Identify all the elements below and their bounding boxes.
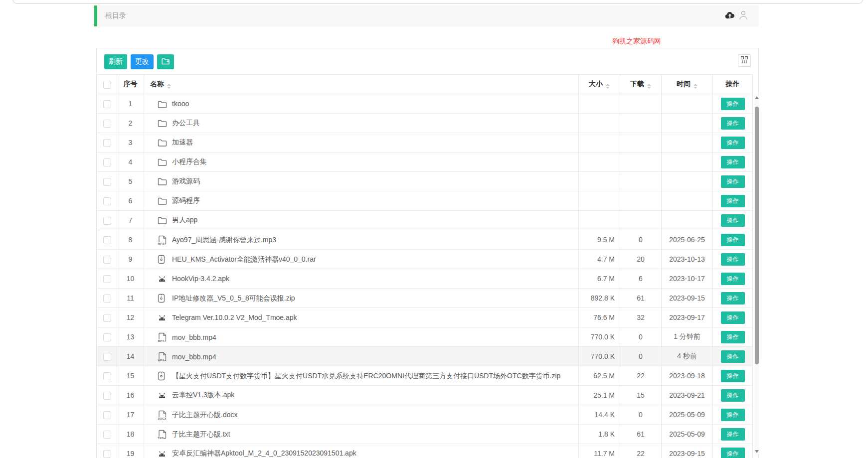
file-name[interactable]: Ayo97_周思涵-感谢你曾来过.mp3	[172, 235, 276, 243]
table-row: 13MP4mov_bbb.mp4770.0 K01 分钟前操作	[97, 327, 753, 347]
cloud-upload-icon[interactable]	[725, 11, 735, 21]
column-label: 下载	[630, 80, 644, 88]
folder-name[interactable]: tkooo	[172, 100, 189, 108]
folder-icon	[158, 100, 169, 108]
user-icon[interactable]	[739, 10, 748, 22]
row-action-button[interactable]: 操作	[721, 273, 745, 285]
row-checkbox[interactable]	[103, 256, 111, 264]
column-label: 时间	[677, 80, 691, 88]
row-action-button[interactable]: 操作	[721, 428, 745, 441]
file-size: 4.7 M	[579, 250, 620, 269]
download-count	[620, 211, 662, 230]
row-action-button[interactable]: 操作	[721, 137, 745, 149]
row-checkbox[interactable]	[103, 314, 111, 322]
file-name[interactable]: 安卓反汇编神器Apktool_M_2_4_0_2309152023091501.…	[172, 449, 356, 457]
refresh-button[interactable]: 刷新	[104, 54, 127, 69]
sort-icon[interactable]	[167, 84, 171, 89]
breadcrumb: 根目录	[105, 11, 126, 20]
file-size: 892.8 K	[579, 289, 620, 308]
file-name[interactable]: HookVip-3.4.2.apk	[172, 275, 229, 283]
vertical-scrollbar[interactable]	[754, 94, 759, 455]
row-action-button[interactable]: 操作	[721, 331, 745, 343]
download-count: 0	[620, 327, 662, 347]
row-checkbox[interactable]	[103, 295, 111, 303]
row-checkbox[interactable]	[103, 100, 111, 108]
download-count	[620, 172, 662, 191]
row-checkbox[interactable]	[103, 197, 111, 205]
row-action-button[interactable]: 操作	[721, 409, 745, 421]
table-row: 8MP3Ayo97_周思涵-感谢你曾来过.mp39.5 M02025-06-25…	[97, 230, 753, 250]
row-index: 6	[117, 191, 144, 211]
file-name[interactable]: HEU_KMS_Activator全能激活神器v40_0_0.rar	[172, 255, 316, 263]
scroll-down-arrow-icon[interactable]	[754, 448, 759, 455]
row-checkbox[interactable]	[103, 217, 111, 225]
file-name[interactable]: 子比主题开心版.txt	[172, 430, 230, 438]
file-name[interactable]: Telegram Ver.10.0.2 V2_Mod_Tmoe.apk	[172, 314, 297, 322]
sort-icon[interactable]	[694, 84, 697, 89]
row-checkbox[interactable]	[103, 275, 111, 283]
file-time	[662, 191, 713, 211]
file-size	[579, 191, 620, 211]
row-checkbox[interactable]	[103, 236, 111, 244]
row-checkbox[interactable]	[103, 392, 111, 400]
row-action-button[interactable]: 操作	[721, 370, 745, 382]
column-header-name[interactable]: 名称	[144, 75, 579, 94]
row-action-button[interactable]: 操作	[721, 253, 745, 266]
row-checkbox[interactable]	[103, 450, 111, 458]
address-input[interactable]	[12, 0, 863, 4]
scroll-up-arrow-icon[interactable]	[754, 94, 759, 101]
sort-icon[interactable]	[606, 84, 610, 89]
row-checkbox[interactable]	[103, 353, 111, 361]
file-name[interactable]: mov_bbb.mp4	[172, 333, 216, 341]
row-action-button[interactable]: 操作	[721, 448, 745, 458]
folder-icon	[158, 197, 169, 205]
select-all-checkbox[interactable]	[103, 81, 111, 89]
file-name[interactable]: mov_bbb.mp4	[172, 352, 216, 360]
folder-name[interactable]: 小程序合集	[172, 157, 207, 165]
row-action-button[interactable]: 操作	[721, 292, 745, 305]
file-name[interactable]: 子比主题开心版.docx	[172, 410, 237, 418]
folder-name[interactable]: 游戏源码	[172, 177, 200, 185]
folder-name[interactable]: 办公工具	[172, 119, 200, 127]
row-checkbox[interactable]	[103, 120, 111, 128]
row-action-button[interactable]: 操作	[721, 156, 745, 168]
folder-icon	[158, 177, 169, 185]
row-checkbox[interactable]	[103, 411, 111, 419]
row-checkbox[interactable]	[103, 333, 111, 341]
row-checkbox[interactable]	[103, 372, 111, 380]
file-time: 2025-06-25	[662, 230, 713, 250]
folder-name[interactable]: 男人app	[172, 216, 197, 224]
row-action-button[interactable]: 操作	[721, 350, 745, 363]
row-action-button[interactable]: 操作	[721, 234, 745, 246]
column-settings-button[interactable]	[738, 54, 751, 67]
column-label: 大小	[589, 80, 603, 88]
row-checkbox[interactable]	[103, 158, 111, 166]
scrollbar-thumb[interactable]	[755, 107, 759, 364]
row-index: 7	[117, 211, 144, 230]
row-action-button[interactable]: 操作	[721, 195, 745, 207]
file-name[interactable]: 云掌控V1.3版本.apk	[172, 391, 234, 399]
column-header-downloads[interactable]: 下载	[620, 75, 662, 94]
sort-icon[interactable]	[647, 84, 651, 89]
change-button[interactable]: 更改	[131, 54, 154, 69]
column-header-size[interactable]: 大小	[579, 75, 620, 94]
row-checkbox[interactable]	[103, 139, 111, 147]
row-action-button[interactable]: 操作	[721, 98, 745, 110]
column-header-time[interactable]: 时间	[662, 75, 713, 94]
row-action-button[interactable]: 操作	[721, 214, 745, 227]
row-action-button[interactable]: 操作	[721, 389, 745, 402]
file-name[interactable]: 【星火支付USDT支付数字货币】星火支付USDT承兑系统支持ERC20OMNI代…	[172, 371, 560, 379]
folder-name[interactable]: 加速器	[172, 138, 193, 146]
folder-name[interactable]: 源码程序	[172, 196, 200, 204]
row-action-button[interactable]: 操作	[721, 175, 745, 188]
table-row: 14MP4mov_bbb.mp4770.0 K04 秒前操作	[97, 347, 753, 366]
table-header-row: 序号名称大小下载时间操作	[97, 75, 753, 94]
watermark-link[interactable]: 狗凯之家源码网	[612, 37, 661, 46]
apk-file-icon	[158, 392, 169, 399]
row-checkbox[interactable]	[103, 431, 111, 439]
row-action-button[interactable]: 操作	[721, 117, 745, 130]
row-action-button[interactable]: 操作	[721, 311, 745, 324]
row-checkbox[interactable]	[103, 178, 111, 186]
new-folder-button[interactable]	[157, 54, 174, 69]
file-name[interactable]: IP地址修改器_V5_0_5_8可能会误报.zip	[172, 294, 295, 302]
